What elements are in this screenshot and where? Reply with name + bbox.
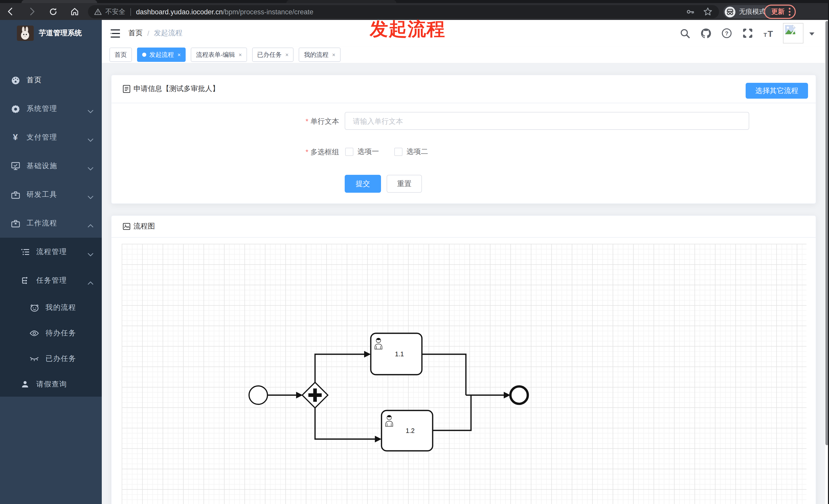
url-bar[interactable]: 不安全 dashboard.yudao.iocoder.cn/bpm/proce… [88,5,719,18]
sidebar-item-my-process[interactable]: 我的流程 [0,295,102,320]
user-task-1-1: 1.1 [371,333,422,375]
tag-my-process[interactable]: 我的流程× [299,47,340,62]
picture-icon [123,223,131,230]
sidebar-menu: 首页 系统管理 ¥ 支付管理 基础设施 研发工具 [0,66,102,397]
sidebar-item-label: 流程管理 [36,247,67,257]
close-icon[interactable]: × [239,52,242,58]
breadcrumb-home[interactable]: 首页 [129,29,143,38]
sidebar-item-label: 请假查询 [36,380,67,389]
browser-tab[interactable] [286,0,396,3]
sidebar-item-label: 已办任务 [45,354,76,363]
sidebar-item-process-mgmt[interactable]: 流程管理 [0,238,102,266]
top-navbar: 首页 / 发起流程 ? TT [102,20,829,47]
choose-other-process-button[interactable]: 选择其它流程 [746,83,808,99]
checkbox-icon[interactable] [345,148,353,156]
reset-button[interactable]: 重置 [387,175,422,193]
screen: 不安全 dashboard.yudao.iocoder.cn/bpm/proce… [0,0,829,504]
tag-label: 首页 [114,50,127,59]
forward-icon[interactable] [25,4,39,18]
font-size-icon[interactable]: TT [762,27,775,40]
page-content: 申请信息【测试多审批人】 选择其它流程 *单行文本 *多选框组 选项一 选项二 … [102,63,829,504]
browser-update-button[interactable]: 更新 [764,5,796,19]
security-label: 不安全 [105,7,125,16]
task-label: 1.1 [395,350,404,357]
diagram-card-header: 流程图 [111,216,816,238]
sidebar-collapse-icon[interactable] [109,27,121,39]
svg-text:T: T [763,32,767,38]
browser-menu-icon[interactable] [789,8,791,16]
checkbox-option-2[interactable]: 选项二 [394,147,428,156]
url-path: /bpm/process-instance/create [223,8,313,15]
required-asterisk: * [305,117,309,125]
tag-done-tasks[interactable]: 已办任务× [252,47,294,62]
home-icon[interactable] [68,4,82,18]
yen-icon: ¥ [11,132,20,143]
tag-label: 已办任务 [257,50,282,59]
main-area: 首页 / 发起流程 ? TT 发起流程 首页 发起流程 [102,20,829,504]
list-icon [21,248,30,256]
apply-card-header: 申请信息【测试多审批人】 [111,75,816,103]
search-icon[interactable] [678,27,691,40]
single-line-text-input[interactable] [345,112,749,130]
reload-icon[interactable] [46,4,60,18]
sidebar-item-label: 基础设施 [27,161,57,171]
face-icon [30,304,39,312]
fullscreen-icon[interactable] [741,27,754,40]
sidebar: 芋道管理系统 首页 系统管理 ¥ 支付管理 基础设施 [0,20,102,504]
not-secure-warning-icon [94,8,102,15]
sidebar-item-home[interactable]: 首页 [0,66,102,94]
sidebar-item-todo-tasks[interactable]: 待办任务 [0,320,102,346]
app-logo-row[interactable]: 芋道管理系统 [0,20,102,46]
breadcrumb: 首页 / 发起流程 [129,20,183,46]
browser-tabstrip [0,0,829,3]
sidebar-item-label: 支付管理 [27,133,57,142]
browser-active-tab[interactable] [22,0,97,3]
sidebar-item-system[interactable]: 系统管理 [0,94,102,123]
submit-button[interactable]: 提交 [345,175,381,193]
github-icon[interactable] [699,27,712,40]
checkbox-label: 选项一 [358,147,379,156]
dashboard-icon [11,76,20,85]
svg-text:?: ? [725,30,728,37]
close-icon[interactable]: × [285,52,289,58]
parallel-gateway [302,382,328,408]
svg-text:T: T [768,29,773,38]
monitor-icon [11,162,20,170]
sidebar-item-payment[interactable]: ¥ 支付管理 [0,123,102,152]
checkbox-icon[interactable] [394,148,402,156]
app-logo [17,26,34,41]
back-icon[interactable] [3,4,17,18]
user-icon [21,380,30,388]
sidebar-item-label: 任务管理 [36,276,67,285]
apply-info-card: 申请信息【测试多审批人】 选择其它流程 *单行文本 *多选框组 选项一 选项二 … [111,75,816,204]
checkbox-label: 选项二 [406,147,428,156]
chevron-down-icon [87,164,94,172]
sidebar-item-task-mgmt[interactable]: 任务管理 [0,266,102,295]
close-icon[interactable]: × [177,52,181,58]
checkbox-option-1[interactable]: 选项一 [345,147,379,156]
url-domain: dashboard.yudao.iocoder.cn [136,8,223,15]
bookmark-star-icon[interactable] [703,7,713,17]
sidebar-item-leave-query[interactable]: 请假查询 [0,372,102,397]
sidebar-item-workflow[interactable]: 工作流程 [0,209,102,238]
password-key-icon[interactable] [685,7,695,17]
tag-label: 我的流程 [304,50,329,59]
end-event [510,386,528,404]
tag-form-edit[interactable]: 流程表单-编辑× [191,47,247,62]
bpmn-canvas[interactable]: 1.1 1.2 [122,244,806,504]
flow-icon [21,276,30,285]
tag-home[interactable]: 首页 [109,47,132,62]
help-icon[interactable]: ? [720,27,733,40]
sidebar-item-label: 系统管理 [27,104,57,114]
avatar[interactable] [783,23,803,43]
close-icon[interactable]: × [332,52,335,58]
chevron-up-icon [87,279,94,287]
sidebar-item-infra[interactable]: 基础设施 [0,152,102,181]
sidebar-item-devtools[interactable]: 研发工具 [0,181,102,209]
tag-create-process[interactable]: 发起流程 × [137,47,186,62]
chevron-down-icon [87,250,94,258]
navbar-actions: ? TT [678,20,815,46]
avatar-caret-icon[interactable] [809,29,815,38]
eye-icon [30,330,39,336]
sidebar-item-done-tasks[interactable]: 已办任务 [0,346,102,372]
